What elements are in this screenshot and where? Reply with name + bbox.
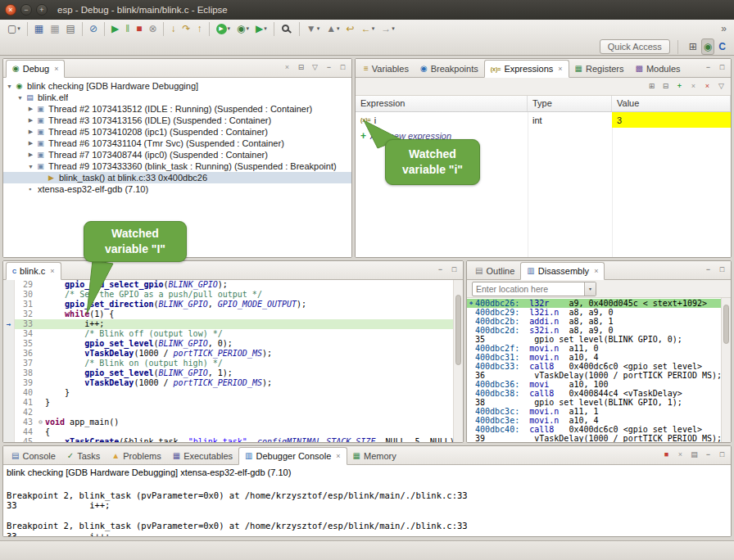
next-annotation-icon[interactable]: ▼▾ xyxy=(304,20,322,37)
close-icon[interactable]: × xyxy=(50,267,54,275)
tab-variables[interactable]: ≡Variables xyxy=(358,61,415,77)
editor-line[interactable]: 42 xyxy=(3,408,453,418)
remove-expression-icon[interactable]: × xyxy=(687,80,700,93)
expand-arrow-icon[interactable]: ▶ xyxy=(26,140,35,147)
save-all-icon[interactable]: ▦ xyxy=(48,20,61,37)
suspend-icon[interactable]: ‖ xyxy=(123,20,132,37)
expand-arrow-icon[interactable]: ▶ xyxy=(26,117,35,124)
disassembly-line[interactable]: 400dbc36: movi a10, 100 xyxy=(467,380,721,389)
close-icon[interactable]: × xyxy=(336,452,340,460)
collapse-arrow-icon[interactable]: ▼ xyxy=(26,164,35,169)
editor-line[interactable]: 37 /* Blink on (output high) */ xyxy=(3,359,453,368)
minimize-view-icon[interactable]: − xyxy=(702,264,714,276)
c-cpp-perspective-button[interactable]: C xyxy=(716,38,728,55)
maximize-view-icon[interactable]: □ xyxy=(448,264,460,276)
clear-console-icon[interactable]: ▤ xyxy=(688,449,700,461)
window-maximize-button[interactable]: + xyxy=(36,4,48,16)
toolbar-overflow-icon[interactable]: » xyxy=(718,20,729,37)
disassembly-line[interactable]: 35 gpio_set_level(BLINK_GPIO, 0); xyxy=(467,335,721,344)
previous-annotation-icon[interactable]: ▲▾ xyxy=(324,20,342,37)
editor-line[interactable]: 39 vTaskDelay(1000 / portTICK_PERIOD_MS)… xyxy=(3,378,453,388)
disassembly-line[interactable]: 36 vTaskDelay(1000 / portTICK_PERIOD_MS)… xyxy=(467,371,721,380)
tab-tasks[interactable]: ✓Tasks xyxy=(61,448,106,464)
debug-tree-item[interactable]: ▶▣Thread #6 1073431104 (Tmr Svc) (Suspen… xyxy=(3,138,351,149)
search-icon[interactable] xyxy=(279,20,295,37)
remove-all-expressions-icon[interactable]: × xyxy=(701,80,714,93)
editor-line[interactable]: 32 while(1) { xyxy=(3,309,453,319)
window-minimize-button[interactable]: − xyxy=(20,4,32,16)
collapse-all-icon[interactable]: ⊟ xyxy=(659,80,672,93)
disassembly-line[interactable]: 400dbc29: l32i.n a8, a9, 0 xyxy=(467,308,721,317)
disassembly-line[interactable]: 400dbc2b: addi.n a8, a8, 1 xyxy=(467,317,721,326)
window-close-button[interactable]: × xyxy=(5,4,16,16)
print-icon[interactable]: ▤ xyxy=(64,20,78,37)
expand-arrow-icon[interactable]: ▶ xyxy=(26,129,35,135)
quick-access-button[interactable]: Quick Access xyxy=(600,39,670,54)
disassembly-line[interactable]: 400dbc2d: s32i.n a8, a9, 0 xyxy=(467,326,721,335)
maximize-view-icon[interactable]: □ xyxy=(716,264,728,276)
close-icon[interactable]: × xyxy=(594,267,598,275)
tab-memory[interactable]: ▦Memory xyxy=(347,448,402,464)
debug-perspective-button[interactable]: ◉ xyxy=(701,38,714,55)
editor-line[interactable]: 30 /* Set the GPIO as a push/pull output… xyxy=(3,290,453,300)
tab-expressions[interactable]: (x)=Expressions× xyxy=(484,60,569,78)
column-header-type[interactable]: Type xyxy=(528,96,612,111)
collapse-arrow-icon[interactable]: ▼ xyxy=(5,84,14,89)
editor-line[interactable]: 31 gpio_set_direction(BLINK_GPIO, GPIO_M… xyxy=(3,300,453,309)
debug-tree-item[interactable]: ▶▣Thread #7 1073408744 (ipc0) (Suspended… xyxy=(3,149,351,160)
combo-dropdown-icon[interactable]: ▾ xyxy=(584,282,596,296)
disassembly-line[interactable]: 400dbc3e: movi.n a10, 4 xyxy=(467,416,721,425)
editor-line[interactable]: →33 i++; xyxy=(3,319,453,329)
view-menu-icon[interactable]: ▽ xyxy=(715,80,727,93)
editor-line[interactable]: 40 } xyxy=(3,388,453,398)
external-tools-icon[interactable]: ▶▾ xyxy=(253,20,270,37)
save-icon[interactable]: ▦ xyxy=(32,20,46,37)
show-type-names-icon[interactable]: ⊞ xyxy=(646,80,658,93)
expression-row[interactable]: (x)= i int 3 xyxy=(356,112,731,128)
debug-tree-item[interactable]: ▶blink_task() at blink.c:33 0x400dbc26 xyxy=(3,172,351,183)
maximize-view-icon[interactable]: □ xyxy=(716,61,728,74)
column-header-value[interactable]: Value xyxy=(612,96,731,111)
debug-tree-item[interactable]: ▼◉blink checking [GDB Hardware Debugging… xyxy=(3,80,351,92)
disassembly-line[interactable]: 400dbc31: movi.n a10, 4 xyxy=(467,353,721,362)
step-over-icon[interactable]: ↷ xyxy=(179,20,193,37)
column-header-expression[interactable]: Expression xyxy=(356,96,528,111)
disconnect-icon[interactable]: ⊗ xyxy=(146,20,159,37)
console-output[interactable]: Breakpoint 2, blink_task (pvParameter=0x… xyxy=(7,480,727,536)
terminate-icon[interactable]: ■ xyxy=(134,20,144,37)
tab-problems[interactable]: ▲Problems xyxy=(106,448,166,464)
tab-debug[interactable]: ◉Debug× xyxy=(6,60,65,78)
tab-blink-c[interactable]: Cblink.c× xyxy=(6,262,61,280)
debug-tree-item[interactable]: ▶▣Thread #5 1073410208 (ipc1) (Suspended… xyxy=(3,126,351,138)
debug-tree-item[interactable]: ▪xtensa-esp32-elf-gdb (7.10) xyxy=(3,183,351,195)
expression-value[interactable]: 3 xyxy=(612,112,731,128)
tab-modules[interactable]: ▩Modules xyxy=(629,61,686,77)
back-icon[interactable]: ←▾ xyxy=(359,20,378,37)
editor-line[interactable]: 43⊖void app_main() xyxy=(3,418,453,427)
add-expression-icon[interactable]: + xyxy=(673,80,686,93)
editor-line[interactable]: 41} xyxy=(3,398,453,408)
editor-line[interactable]: 35 gpio_set_level(BLINK_GPIO, 0); xyxy=(3,339,453,349)
location-combo[interactable]: ▾ xyxy=(472,282,596,296)
tab-console[interactable]: ▤Console xyxy=(6,448,61,464)
disassembly-line[interactable]: 39 vTaskDelay(1000 / portTICK_PERIOD_MS)… xyxy=(467,434,721,442)
scrollbar-thumb[interactable] xyxy=(455,295,461,365)
debug-tree-item[interactable]: ▶▣Thread #3 1073413156 (IDLE) (Suspended… xyxy=(3,115,351,126)
disassembly-line[interactable]: 400dbc40: call8 0x400dc6c0 <gpio_set_lev… xyxy=(467,425,721,434)
skip-all-breakpoints-icon[interactable]: ⊘ xyxy=(87,20,100,37)
expand-arrow-icon[interactable]: ▶ xyxy=(26,106,35,112)
disassembly-line[interactable]: 400dbc33: call8 0x400dc6c0 <gpio_set_lev… xyxy=(467,362,721,371)
disassembly-line[interactable]: 400dbc38: call8 0x400844c4 <vTaskDelay> xyxy=(467,389,721,398)
close-icon[interactable]: × xyxy=(54,65,58,73)
disassembly-line[interactable]: 400dbc3c: movi.n a11, 1 xyxy=(467,407,721,416)
debug-tree-item[interactable]: ▼▣Thread #9 1073433360 (blink_task : Run… xyxy=(3,160,351,172)
collapse-arrow-icon[interactable]: ▼ xyxy=(16,95,25,101)
tab-disassembly[interactable]: ▥Disassembly× xyxy=(520,262,605,280)
tab-outline[interactable]: ▤Outline xyxy=(469,263,520,279)
run-icon[interactable]: ▶▾ xyxy=(214,20,233,37)
fold-marker-icon[interactable]: ⊖ xyxy=(36,418,45,427)
minimize-view-icon[interactable]: − xyxy=(323,61,335,74)
tab-debugger-console[interactable]: ▥Debugger Console× xyxy=(238,447,347,465)
close-icon[interactable]: × xyxy=(558,65,562,73)
minimize-view-icon[interactable]: − xyxy=(702,61,714,74)
